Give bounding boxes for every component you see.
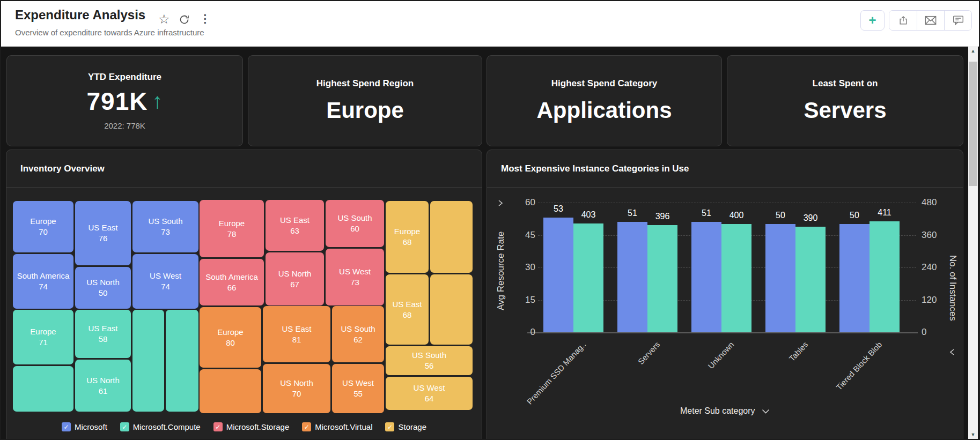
treemap-block[interactable]: [430, 201, 473, 273]
bar-no-of-instances[interactable]: [870, 221, 900, 332]
bar-no-of-instances[interactable]: [573, 223, 603, 332]
kpi-card-least-spent[interactable]: Least Spent on Servers: [727, 55, 963, 146]
treemap-block[interactable]: US South56: [386, 346, 473, 375]
treemap-block[interactable]: [200, 369, 261, 413]
legend-checkbox[interactable]: ✓: [385, 422, 394, 431]
legend-checkbox[interactable]: ✓: [120, 422, 129, 431]
treemap-block[interactable]: US West73: [326, 249, 384, 305]
bar-value-label: 50: [765, 211, 795, 220]
export-icon: [898, 15, 909, 26]
bar-value-label: 53: [543, 204, 573, 214]
email-icon: [925, 16, 937, 25]
treemap-block[interactable]: [132, 310, 164, 412]
treemap-block[interactable]: [430, 274, 473, 345]
treemap-block-value: 56: [425, 361, 434, 371]
gridline: [538, 203, 916, 203]
right-axis-tick: 240: [922, 262, 954, 273]
header: Expenditure Analysis ☆ ⋮ Overview of exp…: [1, 1, 979, 47]
share-button-group: [889, 10, 972, 31]
treemap-block-region: South America: [17, 271, 70, 281]
treemap-block-region: Europe: [30, 326, 56, 337]
legend-item[interactable]: ✓Microsoft.Virtual: [302, 422, 372, 431]
treemap-block[interactable]: US East76: [75, 201, 131, 265]
right-axis-tick: 480: [922, 197, 954, 208]
page-subtitle: Overview of expenditure towards Azure in…: [15, 28, 204, 37]
legend-checkbox[interactable]: ✓: [302, 422, 311, 431]
treemap-block-region: US North: [278, 269, 312, 279]
treemap-block-region: US North: [86, 375, 120, 386]
panel-title: Most Expensive Instance Categories in Us…: [487, 150, 963, 188]
bar-no-of-instances[interactable]: [795, 227, 826, 332]
treemap-block-region: US South: [412, 350, 446, 361]
email-button[interactable]: [917, 11, 944, 30]
bar-no-of-instances[interactable]: [721, 224, 751, 332]
treemap-block[interactable]: US North70: [263, 364, 330, 413]
comment-button[interactable]: [944, 11, 971, 30]
treemap-block[interactable]: US East58: [75, 310, 131, 358]
treemap-block[interactable]: US West74: [132, 254, 198, 309]
bar-value-label: 411: [870, 208, 900, 218]
kpi-value: Applications: [536, 98, 672, 123]
treemap-block[interactable]: US East81: [263, 306, 330, 362]
bar-avg-resource-rate[interactable]: [617, 222, 647, 332]
kpi-card-ytd-expenditure[interactable]: YTD Expenditure 791K ↑ 2022: 778K: [6, 55, 243, 146]
treemap-block[interactable]: US South62: [332, 306, 384, 362]
x-axis-title[interactable]: Meter Sub category: [487, 406, 963, 416]
treemap-block-region: US South: [337, 213, 372, 223]
treemap-block-region: Europe: [30, 216, 56, 227]
treemap-block[interactable]: US South60: [326, 200, 384, 247]
legend-item[interactable]: ✓Microsoft.Compute: [120, 422, 201, 431]
treemap-block[interactable]: South America66: [200, 259, 264, 305]
favorite-star-icon[interactable]: ☆: [158, 12, 170, 27]
legend-checkbox[interactable]: ✓: [62, 422, 71, 431]
legend-label: Microsoft.Virtual: [315, 422, 372, 431]
kpi-title: Least Spent on: [813, 78, 878, 89]
export-button[interactable]: [889, 11, 917, 30]
bar-no-of-instances[interactable]: [647, 225, 677, 332]
treemap-block[interactable]: Europe68: [386, 201, 429, 273]
legend-item[interactable]: ✓Storage: [385, 422, 426, 431]
legend-item[interactable]: ✓Microsoft: [62, 422, 107, 431]
bar-avg-resource-rate[interactable]: [765, 224, 795, 332]
treemap-block[interactable]: Europe80: [200, 307, 261, 368]
treemap-block[interactable]: US West64: [386, 377, 473, 410]
treemap-block[interactable]: US East63: [266, 200, 324, 251]
bar-value-label: 403: [573, 210, 603, 220]
bar-avg-resource-rate[interactable]: [839, 224, 870, 332]
treemap-block-region: US West: [339, 266, 371, 277]
kpi-title: Highest Spend Region: [316, 78, 414, 89]
treemap-block-value: 76: [99, 233, 108, 244]
legend-item[interactable]: ✓Microsoft.Storage: [213, 422, 290, 431]
treemap-block[interactable]: Europe78: [200, 200, 264, 257]
treemap-block[interactable]: [13, 366, 73, 412]
bar-avg-resource-rate[interactable]: [691, 222, 721, 332]
treemap-block-value: 62: [353, 334, 363, 345]
scroll-up-icon[interactable]: ▲: [968, 46, 978, 55]
refresh-icon[interactable]: [179, 14, 190, 25]
treemap-block[interactable]: US North50: [75, 267, 131, 309]
vertical-scrollbar[interactable]: ▲ ▼: [968, 46, 978, 439]
treemap-block[interactable]: US North67: [266, 252, 324, 305]
treemap-block-value: 74: [161, 281, 170, 292]
kpi-card-highest-spend-region[interactable]: Highest Spend Region Europe: [248, 55, 482, 146]
scroll-down-icon[interactable]: ▼: [968, 430, 978, 439]
right-axis-collapse-icon[interactable]: [948, 348, 956, 356]
treemap-block[interactable]: US South73: [132, 201, 198, 252]
treemap-block[interactable]: US North61: [75, 360, 131, 412]
legend-label: Microsoft.Compute: [133, 422, 201, 431]
x-axis-category-label: Tables: [723, 340, 809, 432]
chevron-down-icon: [762, 409, 770, 414]
add-button[interactable]: +: [860, 10, 885, 31]
more-options-icon[interactable]: ⋮: [200, 12, 211, 25]
treemap-block[interactable]: US West55: [332, 364, 384, 413]
treemap-block[interactable]: Europe71: [13, 310, 73, 364]
legend-checkbox[interactable]: ✓: [213, 422, 223, 431]
scrollbar-thumb[interactable]: [969, 62, 977, 186]
treemap-block[interactable]: Europe70: [13, 201, 73, 252]
bar-avg-resource-rate[interactable]: [543, 218, 573, 332]
treemap-block[interactable]: US East68: [386, 274, 429, 345]
treemap-block[interactable]: [166, 310, 198, 412]
treemap-block[interactable]: South America74: [13, 254, 73, 309]
left-axis-expand-icon[interactable]: [497, 199, 504, 207]
kpi-card-highest-spend-category[interactable]: Highest Spend Category Applications: [487, 55, 722, 146]
